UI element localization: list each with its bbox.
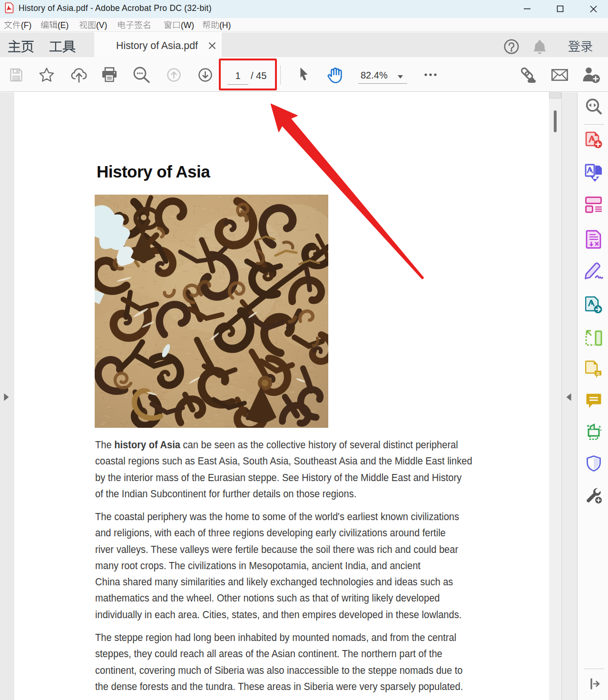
svg-text:(H): (H)	[219, 20, 231, 30]
svg-text:(W): (W)	[181, 20, 194, 30]
svg-text:(F): (F)	[21, 20, 31, 30]
svg-text:(E): (E)	[58, 20, 69, 30]
svg-text:(V): (V)	[96, 20, 107, 30]
